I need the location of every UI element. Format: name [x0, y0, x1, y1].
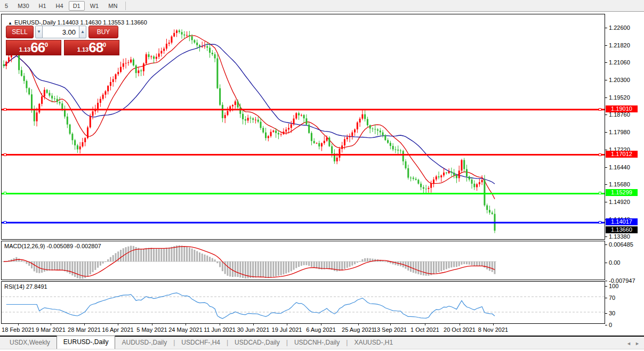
line-handle[interactable]: [4, 108, 6, 111]
macd-histogram-bar: [481, 262, 483, 266]
macd-histogram-bar: [133, 246, 134, 262]
date-axis[interactable]: 18 Feb 20219 Mar 202128 Mar 202116 Apr 2…: [0, 324, 644, 336]
candle-body: [204, 46, 205, 47]
macd-histogram-bar: [448, 262, 450, 268]
date-axis-tick: [152, 324, 152, 325]
candle-body: [453, 173, 455, 175]
candle-body: [133, 60, 134, 66]
tab-eurusd-daily[interactable]: EURUSD-,Daily: [57, 336, 116, 349]
volume-decrease-button[interactable]: ▼: [35, 26, 43, 38]
timeframe-button-w1[interactable]: W1: [86, 1, 103, 11]
line-handle[interactable]: [599, 192, 601, 194]
line-price-label-1.19010[interactable]: 1.19010: [606, 105, 638, 112]
candle-body: [347, 137, 348, 140]
macd-histogram-bar: [156, 248, 157, 262]
price-axis-tick: [605, 115, 607, 115]
candle-body: [361, 115, 363, 119]
line-handle[interactable]: [599, 108, 601, 111]
date-axis-tick: [321, 324, 321, 325]
candle-body: [168, 43, 170, 44]
ask-price-box[interactable]: 1.13680: [64, 40, 119, 55]
date-axis-label: 30 Jun 2021: [237, 326, 270, 333]
macd-histogram-bar: [436, 262, 437, 273]
tab-usdcnh-daily[interactable]: USDCNH-,Daily: [288, 337, 346, 349]
candle-body: [153, 56, 155, 59]
tab-audusd-daily[interactable]: AUDUSD-,Daily: [115, 337, 173, 349]
timeframe-button-5[interactable]: 5: [1, 1, 12, 11]
ask-price-big: 68: [88, 40, 103, 54]
timeframe-button-d1[interactable]: D1: [69, 1, 85, 11]
price-axis-tick: [605, 80, 607, 80]
macd-histogram-bar: [219, 262, 221, 267]
macd-histogram-bar: [278, 262, 279, 276]
date-axis-tick: [220, 324, 220, 325]
line-price-label-1.15299[interactable]: 1.15299: [606, 189, 638, 196]
tab-scroll-right-icon[interactable]: ►: [635, 341, 640, 346]
macd-histogram-bar: [120, 250, 122, 262]
timeframe-button-mn[interactable]: MN: [104, 1, 122, 11]
ask-price-small: 1.13: [77, 46, 88, 54]
macd-axis-label: 0.00: [609, 259, 620, 266]
line-handle[interactable]: [599, 221, 601, 224]
date-axis-tick: [186, 324, 186, 325]
line-handle[interactable]: [4, 192, 6, 194]
candle-body: [339, 149, 340, 158]
candle-body: [415, 179, 417, 180]
timeframe-button-h4[interactable]: H4: [52, 1, 68, 11]
macd-histogram-bar: [227, 262, 228, 276]
candle-body: [463, 160, 465, 169]
macd-histogram-bar: [202, 254, 203, 262]
candle-body: [77, 145, 78, 150]
candle-body: [189, 35, 190, 36]
macd-axis-tick: [605, 263, 607, 263]
tab-usdchf-h4[interactable]: USDCHF-,H4: [175, 337, 227, 349]
candle-body: [377, 129, 379, 130]
line-handle[interactable]: [4, 221, 6, 224]
candle-body: [450, 172, 452, 173]
candle-body: [481, 180, 483, 182]
tab-usdx-weekly[interactable]: USDX,Weekly: [3, 337, 57, 349]
tab-usdcad-daily[interactable]: USDCAD-,Daily: [228, 337, 286, 349]
date-axis-label: 8 Nov 2021: [478, 326, 508, 333]
macd-indicator-panel[interactable]: MACD(12,26,9) -0.005089 -0.002807: [1, 241, 605, 280]
price-axis-tick: [605, 236, 607, 237]
tab-xauusd-h1[interactable]: XAUUSD-,H1: [348, 337, 399, 349]
timeframe-button-h1[interactable]: H1: [35, 1, 51, 11]
candle-body: [87, 127, 88, 138]
sell-button[interactable]: SELL: [6, 26, 34, 38]
candle-body: [82, 142, 83, 146]
candle-body: [489, 210, 490, 213]
macd-histogram-bar: [44, 262, 45, 272]
macd-histogram-bar: [369, 258, 371, 262]
line-handle[interactable]: [599, 153, 601, 156]
tab-scroll-left-icon[interactable]: ◄: [626, 341, 631, 346]
macd-histogram-bar: [295, 262, 297, 268]
price-chart-panel[interactable]: ▲EURUSD-,Daily 1.14403 1.14630 1.13553 1…: [1, 14, 605, 240]
date-axis-tick: [425, 324, 425, 325]
line-price-label-1.14017[interactable]: 1.14017: [606, 218, 638, 225]
line-price-label-1.17012[interactable]: 1.17012: [606, 151, 638, 158]
candle-body: [21, 70, 22, 76]
macd-histogram-bar: [410, 262, 412, 272]
candle-body: [316, 143, 317, 144]
macd-histogram-bar: [359, 261, 361, 262]
macd-histogram-bar: [458, 262, 460, 266]
buy-button[interactable]: BUY: [88, 26, 118, 38]
candle-body: [160, 51, 162, 54]
macd-histogram-bar: [160, 248, 162, 262]
macd-histogram-bar: [438, 262, 440, 272]
timeframe-button-m30[interactable]: M30: [13, 1, 33, 11]
panel-collapse-icon[interactable]: ▲: [8, 21, 12, 26]
candle-body: [288, 128, 289, 129]
volume-increase-button[interactable]: ▲: [79, 26, 86, 38]
volume-input[interactable]: 3.00: [43, 26, 79, 38]
bid-price-box[interactable]: 1.13660: [6, 40, 61, 55]
rsi-indicator-panel[interactable]: RSI(14) 27.8491: [1, 281, 605, 324]
line-handle[interactable]: [4, 153, 6, 156]
candle-body: [163, 48, 165, 51]
price-axis-tick: [605, 150, 607, 150]
candle-body: [79, 146, 81, 150]
candle-body: [97, 103, 99, 109]
price-axis-tick: [605, 28, 607, 28]
candle-body: [219, 88, 221, 105]
